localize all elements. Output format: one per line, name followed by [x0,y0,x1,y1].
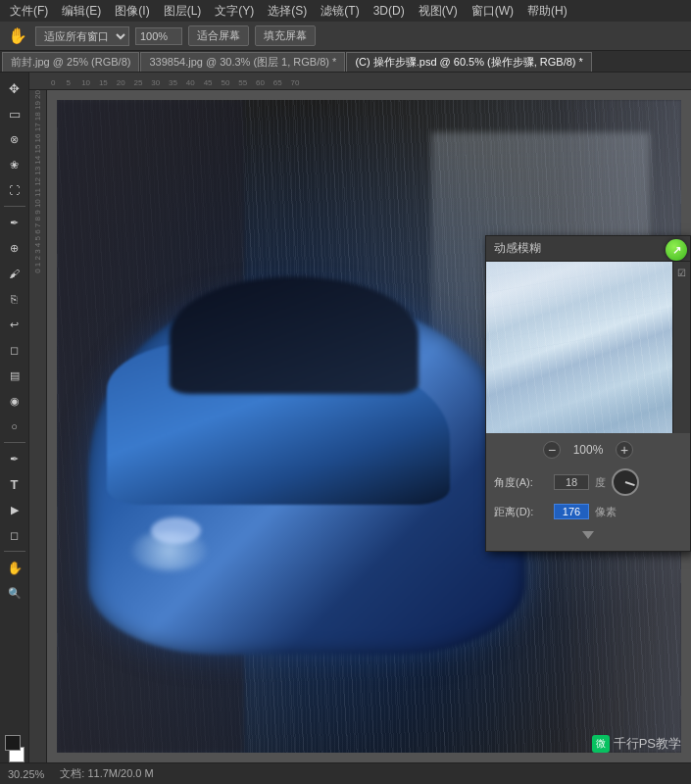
dial-needle [625,481,635,486]
filter-dialog: 动感模糊 ☑ [485,235,691,552]
zoom-value: 100% [568,443,608,457]
menubar: 文件(F) 编辑(E) 图像(I) 图层(L) 文字(Y) 选择(S) 滤镜(T… [0,0,691,22]
foreground-color[interactable] [5,735,21,751]
shape-tool[interactable]: ◻ [3,523,26,547]
distance-input[interactable] [554,504,589,519]
toolbox: ✥ ▭ ⊗ ❀ ⛶ ✒ ⊕ 🖌 ⎘ ↩ ◻ ▤ ◉ ○ ✒ T ▶ ◻ ✋ 🔍 [0,73,29,762]
eyedropper-tool[interactable]: ✒ [3,211,26,234]
path-select-tool[interactable]: ▶ [3,498,26,521]
workspace: 动感模糊 ☑ [47,90,691,762]
menu-image[interactable]: 图像(I) [109,1,155,22]
filter-controls: − 100% + 角度(A): 度 [486,433,690,551]
menu-type[interactable]: 文字(Y) [209,1,260,22]
fill-screen-button[interactable]: 填充屏幕 [255,25,316,46]
filter-dialog-title: 动感模糊 [486,236,690,262]
ruler-top: 0 5 10 15 20 25 30 35 40 45 50 55 60 65 … [29,73,691,90]
menu-edit[interactable]: 编辑(E) [56,1,107,22]
tab-1[interactable]: 339854.jpg @ 30.3% (图层 1, RGB/8) * [140,52,345,72]
toolbar: ✋ 适应所有窗口 适合屏幕 填充屏幕 [0,22,691,51]
menu-filter[interactable]: 滤镜(T) [315,1,365,22]
healing-tool[interactable]: ⊕ [3,236,26,260]
main-area: ✥ ▭ ⊗ ❀ ⛶ ✒ ⊕ 🖌 ⎘ ↩ ◻ ▤ ◉ ○ ✒ T ▶ ◻ ✋ 🔍 [0,73,691,762]
angle-input[interactable] [554,474,589,490]
tool-divider-3 [4,551,25,552]
quick-select-tool[interactable]: ❀ [3,153,26,176]
zoom-plus-button[interactable]: + [616,441,633,459]
menu-window[interactable]: 窗口(W) [466,1,519,22]
distance-label: 距离(D): [494,505,548,519]
menu-file[interactable]: 文件(F) [4,1,54,22]
canvas-area: 0 5 10 15 20 25 30 35 40 45 50 55 60 65 … [29,73,691,762]
triangle-icon [582,531,594,539]
tab-0[interactable]: 前封.jpg @ 25% (RGB/8) [2,52,139,72]
ruler-left: 0 1 2 3 4 5 6 7 8 9 10 11 12 13 14 15 16… [29,90,47,762]
tool-divider-1 [4,206,25,207]
doc-info: 文档: 11.7M/20.0 M [60,766,153,781]
zoom-level: 30.25% [8,768,44,780]
tab-2[interactable]: (C) 操作步骤.psd @ 60.5% (操作步骤, RGB/8) * [346,52,591,72]
hand-tool-icon[interactable]: ✋ [6,24,29,47]
zoom-row: − 100% + [494,441,682,459]
menu-view[interactable]: 视图(V) [413,1,464,22]
slider-indicator [494,527,682,543]
lasso-tool[interactable]: ⊗ [3,127,26,151]
gradient-tool[interactable]: ▤ [3,364,26,387]
angle-label: 角度(A): [494,475,548,490]
zoom-dropdown[interactable]: 适应所有窗口 [35,26,129,46]
filter-preview [486,262,690,433]
blur-tool[interactable]: ◉ [3,389,26,413]
dodge-tool[interactable]: ○ [3,415,26,438]
menu-help[interactable]: 帮助(H) [521,1,573,22]
zoom-input[interactable] [135,27,182,45]
filter-title-text: 动感模糊 [494,240,541,257]
eraser-tool[interactable]: ◻ [3,338,26,362]
menu-layer[interactable]: 图层(L) [158,1,208,22]
pen-tool[interactable]: ✒ [3,447,26,470]
type-tool[interactable]: T [3,472,26,496]
statusbar: 30.25% 文档: 11.7M/20.0 M [0,762,691,784]
clone-tool[interactable]: ⎘ [3,287,26,311]
zoom-minus-button[interactable]: − [543,441,561,459]
filter-ok-button[interactable] [666,239,687,261]
menu-select[interactable]: 选择(S) [262,1,313,22]
distance-row: 距离(D): 像素 [494,504,682,519]
angle-row: 角度(A): 度 [494,468,682,496]
color-swatches [5,727,25,759]
fit-screen-button[interactable]: 适合屏幕 [188,25,249,46]
move-tool[interactable]: ✥ [3,76,26,100]
hand-tool[interactable]: ✋ [3,556,26,579]
crop-tool[interactable]: ⛶ [3,178,26,202]
brush-tool[interactable]: 🖌 [3,262,26,285]
distance-unit: 像素 [595,505,617,519]
tool-divider-2 [4,442,25,443]
zoom-tool[interactable]: 🔍 [3,581,26,605]
menu-3d[interactable]: 3D(D) [368,2,411,20]
preview-toggle[interactable]: ☑ [675,266,689,279]
marquee-tool[interactable]: ▭ [3,102,26,125]
angle-dial[interactable] [612,468,639,496]
history-brush-tool[interactable]: ↩ [3,313,26,336]
tabbar: 前封.jpg @ 25% (RGB/8) 339854.jpg @ 30.3% … [0,51,691,73]
angle-unit: 度 [595,475,606,490]
